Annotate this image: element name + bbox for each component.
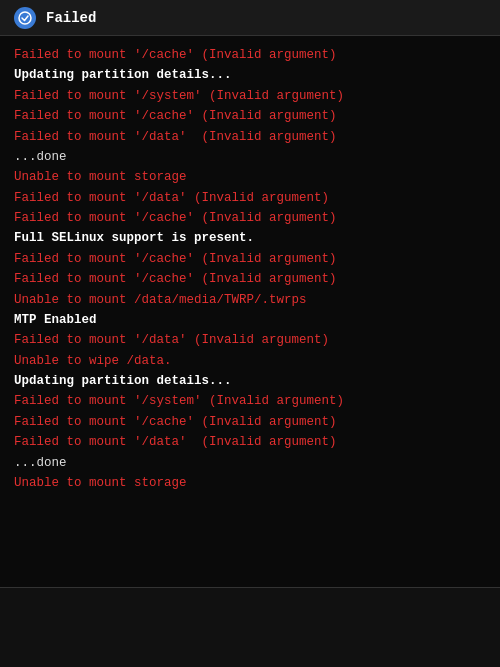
log-line: ...done <box>14 148 486 167</box>
log-line: Failed to mount '/data' (Invalid argumen… <box>14 331 486 350</box>
log-line: Unable to mount /data/media/TWRP/.twrps <box>14 291 486 310</box>
log-line: Failed to mount '/cache' (Invalid argume… <box>14 270 486 289</box>
svg-point-0 <box>19 12 31 24</box>
title-bar: Failed <box>0 0 500 36</box>
log-line: Failed to mount '/data' (Invalid argumen… <box>14 433 486 452</box>
console-output: Failed to mount '/cache' (Invalid argume… <box>0 36 500 587</box>
log-line: Failed to mount '/system' (Invalid argum… <box>14 392 486 411</box>
log-line: Failed to mount '/cache' (Invalid argume… <box>14 209 486 228</box>
log-line: Failed to mount '/cache' (Invalid argume… <box>14 413 486 432</box>
log-line: Failed to mount '/cache' (Invalid argume… <box>14 107 486 126</box>
log-line: Full SELinux support is present. <box>14 229 486 248</box>
log-line: Updating partition details... <box>14 66 486 85</box>
title-text: Failed <box>46 10 96 26</box>
log-line: Updating partition details... <box>14 372 486 391</box>
log-line: Unable to mount storage <box>14 168 486 187</box>
log-line: Failed to mount '/cache' (Invalid argume… <box>14 250 486 269</box>
log-line: Failed to mount '/data' (Invalid argumen… <box>14 128 486 147</box>
log-line: ...done <box>14 454 486 473</box>
log-line: Failed to mount '/system' (Invalid argum… <box>14 87 486 106</box>
log-line: Failed to mount '/cache' (Invalid argume… <box>14 46 486 65</box>
log-line: Unable to wipe /data. <box>14 352 486 371</box>
log-line: MTP Enabled <box>14 311 486 330</box>
bottom-panel <box>0 587 500 667</box>
log-line: Unable to mount storage <box>14 474 486 493</box>
log-line: Failed to mount '/data' (Invalid argumen… <box>14 189 486 208</box>
screen: Failed Failed to mount '/cache' (Invalid… <box>0 0 500 667</box>
app-logo <box>14 7 36 29</box>
